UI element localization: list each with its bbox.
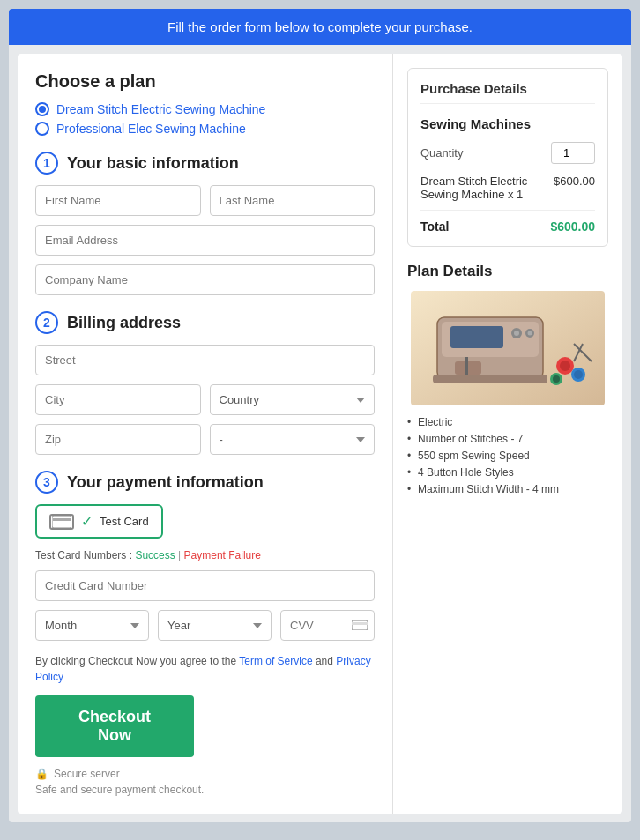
zip-input[interactable] bbox=[35, 424, 201, 455]
secure-text: 🔒 Secure server bbox=[35, 768, 375, 780]
city-input[interactable] bbox=[35, 384, 201, 415]
card-svg bbox=[52, 516, 71, 528]
svg-point-9 bbox=[514, 331, 519, 336]
test-card-option[interactable]: ✓ Test Card bbox=[35, 504, 163, 539]
choose-plan-title: Choose a plan bbox=[35, 71, 375, 92]
purchase-details-title: Purchase Details bbox=[420, 81, 595, 104]
sewing-machine-image bbox=[407, 291, 608, 405]
last-name-input[interactable] bbox=[210, 185, 376, 216]
feature-1: Electric bbox=[407, 416, 608, 428]
svg-rect-3 bbox=[352, 622, 368, 625]
section-number-2: 2 bbox=[35, 311, 58, 334]
street-input[interactable] bbox=[35, 345, 375, 375]
success-link[interactable]: Success bbox=[135, 549, 175, 561]
svg-rect-7 bbox=[450, 326, 503, 348]
banner-text: Fill the order form below to complete yo… bbox=[167, 19, 473, 34]
test-card-text: Test Card Numbers : Success | Payment Fa… bbox=[35, 549, 375, 561]
svg-rect-13 bbox=[465, 357, 468, 375]
street-row bbox=[35, 345, 375, 375]
country-select[interactable]: Country United States United Kingdom Can… bbox=[210, 384, 376, 415]
zip-state-row: - California New York bbox=[35, 424, 375, 455]
choose-plan-section: Choose a plan Dream Stitch Electric Sewi… bbox=[35, 71, 375, 136]
and-text: and bbox=[313, 655, 337, 667]
card-check-icon: ✓ bbox=[81, 513, 93, 530]
basic-info-title: Your basic information bbox=[67, 154, 239, 173]
product-price: $600.00 bbox=[554, 175, 595, 201]
billing-header: 2 Billing address bbox=[35, 311, 375, 334]
quantity-input[interactable] bbox=[551, 142, 595, 164]
feature-4: 4 Button Hole Styles bbox=[407, 466, 608, 479]
product-price-row: Dream Stitch Electric Sewing Machine x 1… bbox=[420, 175, 595, 211]
svg-point-18 bbox=[574, 370, 583, 379]
card-icon bbox=[49, 514, 74, 530]
billing-title: Billing address bbox=[67, 314, 181, 332]
section-number-3: 3 bbox=[35, 471, 58, 494]
left-column: Choose a plan Dream Stitch Electric Sewi… bbox=[18, 54, 393, 814]
plan-option-2-label: Professional Elec Sewing Machine bbox=[56, 122, 246, 136]
pipe-separator: | bbox=[178, 549, 181, 561]
cvv-wrap bbox=[280, 610, 375, 641]
secure-label: Secure server bbox=[54, 768, 120, 780]
quantity-label: Quantity bbox=[420, 146, 463, 160]
radio-button-1[interactable] bbox=[35, 102, 49, 116]
payment-title: Your payment information bbox=[67, 473, 264, 492]
plan-details-section: Plan Details bbox=[407, 263, 608, 495]
total-amount: $600.00 bbox=[550, 219, 595, 234]
feature-2: Number of Stitches - 7 bbox=[407, 433, 608, 445]
right-column: Purchase Details Sewing Machines Quantit… bbox=[393, 54, 622, 814]
cvv-card-icon bbox=[352, 619, 368, 633]
payment-header: 3 Your payment information bbox=[35, 471, 375, 494]
plan-option-1-label: Dream Stitch Electric Sewing Machine bbox=[56, 102, 265, 116]
terms-text: By clicking Checkout Now you agree to th… bbox=[35, 653, 375, 685]
company-row bbox=[35, 264, 375, 295]
failure-link[interactable]: Payment Failure bbox=[184, 549, 261, 561]
product-category: Sewing Machines bbox=[420, 116, 595, 131]
email-row bbox=[35, 225, 375, 256]
plan-option-2[interactable]: Professional Elec Sewing Machine bbox=[35, 122, 375, 136]
safe-text: Safe and secure payment checkout. bbox=[35, 784, 375, 796]
top-banner: Fill the order form below to complete yo… bbox=[9, 9, 631, 45]
credit-card-input[interactable] bbox=[35, 570, 375, 601]
main-content: Choose a plan Dream Stitch Electric Sewi… bbox=[18, 54, 622, 814]
machine-svg bbox=[407, 291, 608, 405]
purchase-details-box: Purchase Details Sewing Machines Quantit… bbox=[407, 68, 608, 247]
city-country-row: Country United States United Kingdom Can… bbox=[35, 384, 375, 415]
checkout-button[interactable]: Checkout Now bbox=[35, 695, 194, 757]
name-row bbox=[35, 185, 375, 216]
svg-point-16 bbox=[560, 361, 570, 371]
month-select[interactable]: Month 01 02 03 04 05 06 07 08 09 10 11 1… bbox=[35, 610, 149, 641]
feature-5: Maximum Stitch Width - 4 mm bbox=[407, 483, 608, 495]
company-input[interactable] bbox=[35, 264, 375, 295]
basic-info-header: 1 Your basic information bbox=[35, 152, 375, 175]
total-row: Total $600.00 bbox=[420, 219, 595, 234]
cvv-row: Month 01 02 03 04 05 06 07 08 09 10 11 1… bbox=[35, 610, 375, 641]
svg-rect-0 bbox=[52, 516, 71, 528]
plan-features-list: Electric Number of Stitches - 7 550 spm … bbox=[407, 416, 608, 495]
feature-3: 550 spm Sewing Speed bbox=[407, 450, 608, 462]
page-wrapper: Fill the order form below to complete yo… bbox=[9, 9, 631, 822]
section-number-1: 1 bbox=[35, 152, 58, 175]
total-label: Total bbox=[420, 219, 449, 234]
card-label: Test Card bbox=[100, 515, 149, 528]
credit-card-row bbox=[35, 570, 375, 601]
year-select[interactable]: Year 2024 2025 2026 2027 bbox=[158, 610, 272, 641]
radio-button-2[interactable] bbox=[35, 122, 49, 136]
svg-rect-14 bbox=[433, 375, 547, 383]
product-name-text: Dream Stitch Electric Sewing Machine x 1 bbox=[420, 175, 554, 201]
state-select[interactable]: - California New York bbox=[210, 424, 376, 455]
svg-point-11 bbox=[528, 331, 532, 336]
checkout-label: Checkout Now bbox=[78, 708, 151, 744]
terms-link[interactable]: Term of Service bbox=[239, 655, 312, 667]
lock-icon: 🔒 bbox=[35, 768, 48, 780]
first-name-input[interactable] bbox=[35, 185, 201, 216]
svg-rect-1 bbox=[53, 518, 71, 521]
terms-prefix: By clicking Checkout Now you agree to th… bbox=[35, 655, 239, 667]
plan-details-title: Plan Details bbox=[407, 263, 608, 280]
svg-point-20 bbox=[553, 375, 560, 383]
email-input[interactable] bbox=[35, 225, 375, 256]
quantity-row: Quantity bbox=[420, 142, 595, 164]
test-card-prefix: Test Card Numbers : bbox=[35, 549, 132, 561]
plan-option-1[interactable]: Dream Stitch Electric Sewing Machine bbox=[35, 102, 375, 116]
